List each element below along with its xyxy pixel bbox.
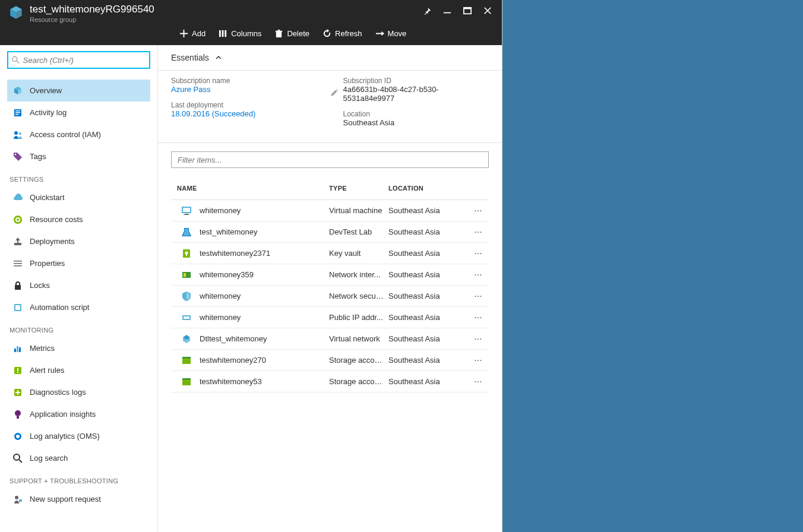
delete-button[interactable]: Delete [274, 29, 309, 38]
resource-name: whitemoney [200, 292, 241, 300]
sidebar-item-logsearch[interactable]: Log search [7, 447, 150, 469]
add-button[interactable]: Add [179, 29, 206, 38]
svg-rect-17 [14, 243, 21, 245]
sub-name-value[interactable]: Azure Pass [171, 85, 330, 94]
sidebar-item-support[interactable]: New support request [7, 488, 150, 510]
svg-rect-49 [182, 360, 191, 361]
table-row[interactable]: testwhitemoney270Storage accountSoutheas… [171, 350, 489, 371]
sidebar-item-quickstart[interactable]: Quickstart [7, 186, 150, 208]
sidebar-item-activity[interactable]: Activity log [7, 102, 150, 124]
tags-icon [13, 152, 23, 162]
row-context-menu[interactable]: ··· [467, 334, 489, 344]
maximize-icon[interactable] [463, 6, 472, 15]
row-context-menu[interactable]: ··· [467, 312, 489, 323]
vm-icon [181, 205, 192, 217]
close-icon[interactable] [483, 6, 492, 15]
main-content: Essentials Subscription name Azure Pass … [158, 45, 502, 532]
resource-name: testwhitemoney53 [200, 377, 262, 386]
svg-rect-23 [15, 305, 20, 310]
filter-box[interactable] [171, 151, 489, 168]
svg-point-29 [15, 410, 21, 416]
sidebar-group-header: SUPPORT + TROUBLESHOOTING [7, 469, 150, 488]
table-row[interactable]: <·>Dtltest_whitemoneyVirtual networkSout… [171, 328, 489, 350]
sidebar-item-tags[interactable]: Tags [7, 145, 150, 167]
svg-rect-8 [15, 110, 20, 112]
resource-type: Network secur... [329, 292, 388, 300]
sidebar-item-properties[interactable]: Properties [7, 252, 150, 274]
columns-button[interactable]: Columns [219, 29, 261, 38]
sidebar-item-overview[interactable]: Overview [7, 80, 150, 102]
sidebar-item-script[interactable]: Automation script [7, 296, 150, 318]
table-row[interactable]: whitemoneyPublic IP addr...Southeast Asi… [171, 307, 489, 328]
svg-rect-53 [182, 382, 191, 382]
row-context-menu[interactable]: ··· [467, 355, 489, 366]
sub-id-label: Subscription ID [343, 77, 489, 85]
storage-icon [181, 354, 192, 366]
alerts-icon [13, 366, 23, 375]
pin-icon[interactable] [422, 6, 432, 15]
svg-point-34 [15, 496, 18, 499]
minimize-icon[interactable] [442, 6, 452, 15]
sidebar-item-access[interactable]: Access control (IAM) [7, 124, 150, 145]
svg-rect-25 [17, 346, 18, 352]
columns-label: Columns [231, 29, 261, 38]
resource-name: testwhitemoney2371 [200, 249, 270, 258]
move-button[interactable]: Move [375, 29, 407, 38]
costs-icon [13, 215, 23, 224]
sidebar-item-label: Diagnostics logs [30, 388, 86, 397]
svg-rect-5 [225, 30, 226, 37]
row-context-menu[interactable]: ··· [467, 270, 489, 280]
resource-location: Southeast Asia [388, 249, 467, 258]
sidebar-item-label: Quickstart [30, 193, 65, 202]
table-row[interactable]: whitemoneyNetwork secur...Southeast Asia… [171, 286, 489, 307]
svg-rect-48 [182, 359, 191, 364]
col-name-header[interactable]: NAME [171, 185, 329, 192]
row-context-menu[interactable]: ··· [467, 227, 489, 238]
table-row[interactable]: whitemoneyVirtual machineSoutheast Asia·… [171, 200, 489, 221]
row-context-menu[interactable]: ··· [467, 205, 489, 216]
col-location-header[interactable]: LOCATION [388, 185, 467, 192]
sidebar-item-diag[interactable]: Diagnostics logs [7, 381, 150, 403]
svg-rect-20 [14, 265, 22, 267]
sidebar-item-metrics[interactable]: Metrics [7, 337, 150, 359]
last-deploy-label: Last deployment [171, 101, 330, 109]
edit-icon[interactable] [330, 88, 339, 97]
sidebar-item-costs[interactable]: Resource costs [7, 208, 150, 230]
sidebar-item-label: Activity log [30, 108, 67, 117]
row-context-menu[interactable]: ··· [467, 376, 489, 387]
search-icon [12, 56, 20, 64]
sidebar-item-locks[interactable]: Locks [7, 274, 150, 296]
blade-title: test_whitemoneyRG996540 [30, 4, 422, 15]
oms-icon [13, 432, 23, 441]
svg-rect-37 [185, 214, 188, 214]
sidebar-item-oms[interactable]: Log analytics (OMS) [7, 425, 150, 447]
table-row[interactable]: whitemoney359Network inter...Southeast A… [171, 264, 489, 286]
svg-rect-0 [444, 12, 451, 14]
refresh-button[interactable]: Refresh [323, 29, 362, 38]
filter-input[interactable] [178, 152, 482, 167]
resource-type: Storage account [329, 356, 388, 365]
essentials-toggle[interactable]: Essentials [158, 45, 502, 71]
svg-rect-47 [182, 357, 191, 359]
svg-rect-9 [15, 112, 20, 113]
svg-rect-4 [222, 30, 224, 37]
col-type-header[interactable]: TYPE [329, 185, 388, 192]
sidebar-item-insights[interactable]: Application insights [7, 403, 150, 425]
essentials-header-label: Essentials [171, 53, 209, 62]
table-row[interactable]: testwhitemoney53Storage accountSoutheast… [171, 371, 489, 392]
row-context-menu[interactable]: ··· [467, 248, 489, 259]
sidebar-search[interactable] [7, 51, 150, 69]
table-row[interactable]: test_whitemoneyDevTest LabSoutheast Asia… [171, 221, 489, 243]
table-row[interactable]: testwhitemoney2371Key vaultSoutheast Asi… [171, 243, 489, 264]
sidebar-item-deployments[interactable]: Deployments [7, 230, 150, 252]
resource-location: Southeast Asia [388, 270, 467, 279]
resource-table: NAME TYPE LOCATION whitemoneyVirtual mac… [158, 176, 502, 392]
row-context-menu[interactable]: ··· [467, 291, 489, 302]
search-input[interactable] [23, 56, 146, 65]
sidebar-item-alerts[interactable]: Alert rules [7, 359, 150, 381]
svg-rect-21 [15, 285, 21, 290]
resource-location: Southeast Asia [388, 227, 467, 236]
pip-icon [181, 312, 192, 324]
resource-location: Southeast Asia [388, 334, 467, 343]
last-deploy-value[interactable]: 18.09.2016 (Succeeded) [171, 109, 330, 118]
